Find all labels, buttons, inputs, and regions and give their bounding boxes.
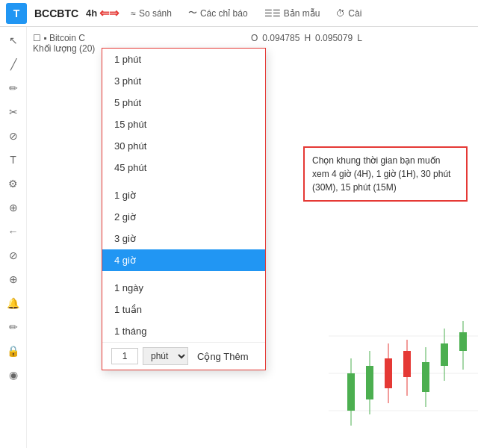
interval-item-4gio[interactable]: 4 giờ <box>102 249 265 271</box>
fib-tool-icon[interactable]: ⊘ <box>4 127 22 145</box>
interval-item-1thang-label: 1 tháng <box>114 326 146 337</box>
pattern-tool-icon[interactable]: ⚙ <box>4 175 22 193</box>
interval-dropdown: 1 phút 3 phút 5 phút 15 phút 30 phút 45 … <box>102 48 266 370</box>
alert-icon[interactable]: 🔔 <box>4 294 22 312</box>
svg-rect-16 <box>459 332 467 351</box>
svg-rect-6 <box>366 366 373 399</box>
interval-item-1ngay-label: 1 ngày <box>114 282 143 293</box>
add-interval-button[interactable]: Cộng Thêm <box>193 349 252 364</box>
interval-item-1phut[interactable]: 1 phút <box>102 49 265 70</box>
tooltip-box: Chọn khung thời gian bạn muốn xem 4 giờ … <box>303 146 468 202</box>
interval-arrow-icon: ⇐⇒ <box>99 6 119 20</box>
interval-item-1ngay[interactable]: 1 ngày <box>102 277 265 299</box>
chart-area: ☐ ▪ Bitcoin C Khối lượng (20) O 0.094785… <box>27 27 478 448</box>
interval-item-30phut-label: 30 phút <box>114 140 146 152</box>
compare-button[interactable]: ≈ So sánh <box>126 6 176 21</box>
edit-icon[interactable]: ✏ <box>4 318 22 336</box>
templates-button[interactable]: ☰☰ Bản mẫu <box>260 6 325 21</box>
settings-label: Cài <box>348 8 361 19</box>
interval-item-30phut[interactable]: 30 phút <box>102 135 265 157</box>
dropdown-separator-2 <box>102 271 265 277</box>
ohlc-o-value: 0.094785 <box>262 33 299 43</box>
chart-svg <box>329 299 478 448</box>
interval-item-5phut[interactable]: 5 phút <box>102 92 265 113</box>
compare-label: So sánh <box>139 8 172 19</box>
svg-rect-14 <box>441 343 448 366</box>
settings-button[interactable]: ⏱ Cài <box>332 6 366 21</box>
ohlc-l-label: L <box>357 33 362 43</box>
ohlc-h-value: 0.095079 <box>315 33 353 43</box>
indicators-icon: 〜 <box>188 7 197 19</box>
templates-label: Bản mẫu <box>284 8 320 19</box>
svg-rect-10 <box>403 351 411 377</box>
interval-value: 4h <box>86 7 97 19</box>
interval-item-5phut-label: 5 phút <box>114 97 141 108</box>
interval-item-2gio-label: 2 giờ <box>114 211 136 223</box>
indicators-button[interactable]: 〜 Các chỉ báo <box>184 4 252 22</box>
main-area: ↖ ╱ ✏ ✂ ⊘ T ⚙ ⊕ ← ⊘ ⊕ 🔔 ✏ 🔒 ◉ ☐ ▪ Bitcoi… <box>0 27 478 448</box>
zoom-in-icon[interactable]: ⊕ <box>4 270 22 288</box>
interval-item-3phut[interactable]: 3 phút <box>102 70 265 92</box>
measure-tool-icon[interactable]: ⊕ <box>4 199 22 217</box>
compare-icon: ≈ <box>131 8 136 19</box>
cursor-tool-icon[interactable]: ↖ <box>4 31 22 49</box>
draw-line-icon[interactable]: ╱ <box>4 55 22 73</box>
left-sidebar: ↖ ╱ ✏ ✂ ⊘ T ⚙ ⊕ ← ⊘ ⊕ 🔔 ✏ 🔒 ◉ <box>0 27 27 448</box>
interval-item-4gio-label: 4 giờ <box>114 255 136 266</box>
interval-item-15phut[interactable]: 15 phút <box>102 113 265 135</box>
ohlc-info: O 0.094785 H 0.095079 L <box>251 33 362 43</box>
back-icon[interactable]: ← <box>4 223 22 240</box>
interval-item-1tuan[interactable]: 1 tuần <box>102 299 265 320</box>
footer-number[interactable]: 1 <box>111 348 138 364</box>
top-bar: T BCCBTC 4h ⇐⇒ ≈ So sánh 〜 Các chỉ báo ☰… <box>0 0 478 27</box>
lock-icon[interactable]: 🔒 <box>4 342 22 360</box>
interval-item-1gio-label: 1 giờ <box>114 190 136 201</box>
chart-info: ☐ ▪ Bitcoin C Khối lượng (20) <box>33 33 95 54</box>
interval-item-45phut-label: 45 phút <box>114 162 146 173</box>
settings-icon: ⏱ <box>336 8 345 19</box>
interval-item-2gio[interactable]: 2 giờ <box>102 206 265 228</box>
interval-item-1phut-label: 1 phút <box>114 54 141 65</box>
indicators-label: Các chỉ báo <box>200 8 248 19</box>
tooltip-text: Chọn khung thời gian bạn muốn xem 4 giờ … <box>312 155 450 193</box>
interval-item-1tuan-label: 1 tuần <box>114 304 142 315</box>
templates-icon: ☰☰ <box>264 8 281 19</box>
shape-tool-icon[interactable]: ✂ <box>4 103 22 121</box>
eye-icon[interactable]: ◉ <box>4 366 22 384</box>
interval-item-3gio[interactable]: 3 giờ <box>102 228 265 249</box>
interval-item-45phut[interactable]: 45 phút <box>102 157 265 178</box>
svg-rect-12 <box>422 362 429 392</box>
chart-symbol-label: ☐ ▪ Bitcoin C <box>33 33 85 43</box>
app-logo: T <box>6 3 27 24</box>
text-tool-icon[interactable]: T <box>4 151 22 169</box>
interval-item-3phut-label: 3 phút <box>114 75 141 87</box>
ohlc-o-label: O <box>251 33 258 43</box>
interval-item-15phut-label: 15 phút <box>114 119 146 130</box>
interval-item-3gio-label: 3 giờ <box>114 233 136 244</box>
interval-item-1gio[interactable]: 1 giờ <box>102 184 265 206</box>
footer-unit-select[interactable]: phút giờ ngày <box>143 347 188 365</box>
dropdown-separator-1 <box>102 178 265 184</box>
interval-item-1thang[interactable]: 1 tháng <box>102 320 265 342</box>
dropdown-footer: 1 phút giờ ngày Cộng Thêm <box>102 342 265 370</box>
svg-rect-8 <box>385 358 392 388</box>
chart-volume-label: Khối lượng (20) <box>33 43 95 54</box>
svg-rect-4 <box>347 373 355 411</box>
trading-symbol: BCCBTC <box>34 7 78 19</box>
ohlc-h-label: H <box>304 33 311 43</box>
interval-selector[interactable]: 4h ⇐⇒ <box>86 6 119 20</box>
draw-tool-icon[interactable]: ✏ <box>4 79 22 97</box>
zoom-icon[interactable]: ⊘ <box>4 246 22 264</box>
